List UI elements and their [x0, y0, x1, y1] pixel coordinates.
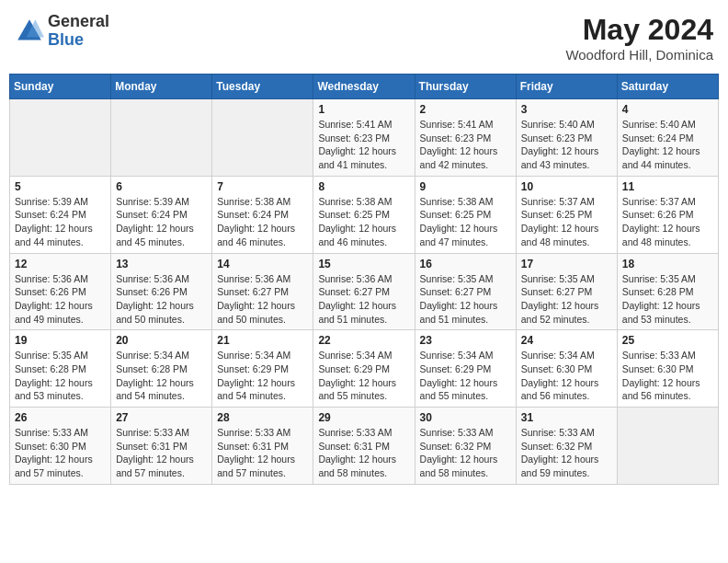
calendar-week-4: 19Sunrise: 5:35 AM Sunset: 6:28 PM Dayli… — [10, 330, 719, 408]
calendar-cell: 26Sunrise: 5:33 AM Sunset: 6:30 PM Dayli… — [10, 408, 111, 485]
day-info: Sunrise: 5:34 AM Sunset: 6:29 PM Dayligh… — [318, 349, 409, 403]
day-number: 11 — [622, 180, 713, 193]
calendar-cell: 22Sunrise: 5:34 AM Sunset: 6:29 PM Dayli… — [313, 330, 415, 408]
day-number: 8 — [318, 180, 409, 193]
calendar-table: SundayMondayTuesdayWednesdayThursdayFrid… — [9, 74, 719, 485]
calendar-header: SundayMondayTuesdayWednesdayThursdayFrid… — [10, 75, 719, 99]
calendar-cell: 6Sunrise: 5:39 AM Sunset: 6:24 PM Daylig… — [111, 176, 212, 253]
day-number: 12 — [15, 258, 106, 270]
weekday-header-sunday: Sunday — [10, 75, 111, 99]
calendar-week-1: 1Sunrise: 5:41 AM Sunset: 6:23 PM Daylig… — [10, 99, 719, 177]
calendar-cell: 7Sunrise: 5:38 AM Sunset: 6:24 PM Daylig… — [212, 176, 313, 253]
calendar-cell: 21Sunrise: 5:34 AM Sunset: 6:29 PM Dayli… — [212, 330, 313, 408]
day-number: 28 — [217, 411, 308, 424]
calendar-cell: 19Sunrise: 5:35 AM Sunset: 6:28 PM Dayli… — [10, 330, 111, 408]
weekday-header-wednesday: Wednesday — [313, 75, 415, 99]
day-info: Sunrise: 5:37 AM Sunset: 6:25 PM Dayligh… — [521, 195, 612, 249]
calendar-cell: 31Sunrise: 5:33 AM Sunset: 6:32 PM Dayli… — [516, 408, 617, 485]
weekday-header-row: SundayMondayTuesdayWednesdayThursdayFrid… — [10, 75, 719, 99]
day-number: 4 — [622, 103, 713, 116]
day-info: Sunrise: 5:33 AM Sunset: 6:31 PM Dayligh… — [217, 426, 308, 480]
day-info: Sunrise: 5:33 AM Sunset: 6:30 PM Dayligh… — [15, 426, 106, 480]
calendar-body: 1Sunrise: 5:41 AM Sunset: 6:23 PM Daylig… — [10, 99, 719, 485]
day-number: 1 — [318, 103, 409, 116]
title-block: May 2024 Woodford Hill, Dominica — [565, 13, 713, 63]
calendar-cell: 20Sunrise: 5:34 AM Sunset: 6:28 PM Dayli… — [111, 330, 212, 408]
day-number: 13 — [116, 258, 207, 270]
day-info: Sunrise: 5:38 AM Sunset: 6:25 PM Dayligh… — [318, 195, 409, 249]
day-info: Sunrise: 5:38 AM Sunset: 6:24 PM Dayligh… — [217, 195, 308, 249]
day-number: 30 — [420, 411, 511, 424]
calendar-cell: 24Sunrise: 5:34 AM Sunset: 6:30 PM Dayli… — [516, 330, 617, 408]
logo-general-label: General — [48, 13, 109, 31]
day-number: 25 — [622, 334, 713, 347]
day-info: Sunrise: 5:41 AM Sunset: 6:23 PM Dayligh… — [420, 118, 511, 172]
calendar-cell: 12Sunrise: 5:36 AM Sunset: 6:26 PM Dayli… — [10, 253, 111, 330]
day-info: Sunrise: 5:33 AM Sunset: 6:30 PM Dayligh… — [622, 349, 713, 403]
day-number: 21 — [217, 334, 308, 347]
calendar-cell: 14Sunrise: 5:36 AM Sunset: 6:27 PM Dayli… — [212, 253, 313, 330]
calendar-week-5: 26Sunrise: 5:33 AM Sunset: 6:30 PM Dayli… — [10, 408, 719, 485]
day-info: Sunrise: 5:33 AM Sunset: 6:32 PM Dayligh… — [420, 426, 511, 480]
day-info: Sunrise: 5:35 AM Sunset: 6:27 PM Dayligh… — [521, 272, 612, 327]
calendar-cell: 30Sunrise: 5:33 AM Sunset: 6:32 PM Dayli… — [415, 408, 516, 485]
day-info: Sunrise: 5:40 AM Sunset: 6:24 PM Dayligh… — [622, 118, 713, 172]
day-info: Sunrise: 5:34 AM Sunset: 6:29 PM Dayligh… — [420, 349, 511, 403]
day-info: Sunrise: 5:35 AM Sunset: 6:27 PM Dayligh… — [420, 272, 511, 327]
day-info: Sunrise: 5:36 AM Sunset: 6:27 PM Dayligh… — [318, 272, 409, 327]
calendar-cell: 23Sunrise: 5:34 AM Sunset: 6:29 PM Dayli… — [415, 330, 516, 408]
day-info: Sunrise: 5:35 AM Sunset: 6:28 PM Dayligh… — [15, 349, 106, 403]
day-number: 15 — [318, 258, 409, 270]
logo-text: General Blue — [48, 13, 109, 50]
logo-blue-label: Blue — [48, 31, 109, 50]
day-info: Sunrise: 5:39 AM Sunset: 6:24 PM Dayligh… — [15, 195, 106, 249]
day-number: 10 — [521, 180, 612, 193]
calendar-cell: 25Sunrise: 5:33 AM Sunset: 6:30 PM Dayli… — [617, 330, 718, 408]
day-number: 14 — [217, 258, 308, 270]
weekday-header-monday: Monday — [111, 75, 212, 99]
day-number: 16 — [420, 258, 511, 270]
weekday-header-friday: Friday — [516, 75, 617, 99]
calendar-cell: 18Sunrise: 5:35 AM Sunset: 6:28 PM Dayli… — [617, 253, 718, 330]
calendar-cell: 27Sunrise: 5:33 AM Sunset: 6:31 PM Dayli… — [111, 408, 212, 485]
day-number: 22 — [318, 334, 409, 347]
day-info: Sunrise: 5:35 AM Sunset: 6:28 PM Dayligh… — [622, 272, 713, 327]
calendar-week-3: 12Sunrise: 5:36 AM Sunset: 6:26 PM Dayli… — [10, 253, 719, 330]
calendar-week-2: 5Sunrise: 5:39 AM Sunset: 6:24 PM Daylig… — [10, 176, 719, 253]
day-number: 31 — [521, 411, 612, 424]
day-number: 9 — [420, 180, 511, 193]
page-header: General Blue May 2024 Woodford Hill, Dom… — [9, 9, 719, 66]
day-info: Sunrise: 5:33 AM Sunset: 6:31 PM Dayligh… — [318, 426, 409, 480]
day-number: 6 — [116, 180, 207, 193]
weekday-header-saturday: Saturday — [617, 75, 718, 99]
calendar-cell: 8Sunrise: 5:38 AM Sunset: 6:25 PM Daylig… — [313, 176, 415, 253]
day-number: 23 — [420, 334, 511, 347]
calendar-cell: 1Sunrise: 5:41 AM Sunset: 6:23 PM Daylig… — [313, 99, 415, 177]
day-number: 20 — [116, 334, 207, 347]
calendar-cell: 29Sunrise: 5:33 AM Sunset: 6:31 PM Dayli… — [313, 408, 415, 485]
calendar-cell: 3Sunrise: 5:40 AM Sunset: 6:23 PM Daylig… — [516, 99, 617, 177]
day-info: Sunrise: 5:40 AM Sunset: 6:23 PM Dayligh… — [521, 118, 612, 172]
day-number: 5 — [15, 180, 106, 193]
day-info: Sunrise: 5:33 AM Sunset: 6:32 PM Dayligh… — [521, 426, 612, 480]
day-info: Sunrise: 5:38 AM Sunset: 6:25 PM Dayligh… — [420, 195, 511, 249]
calendar-cell — [111, 99, 212, 177]
calendar-cell: 15Sunrise: 5:36 AM Sunset: 6:27 PM Dayli… — [313, 253, 415, 330]
logo-icon — [15, 17, 44, 46]
day-info: Sunrise: 5:36 AM Sunset: 6:27 PM Dayligh… — [217, 272, 308, 327]
day-info: Sunrise: 5:36 AM Sunset: 6:26 PM Dayligh… — [15, 272, 106, 327]
day-number: 27 — [116, 411, 207, 424]
day-info: Sunrise: 5:36 AM Sunset: 6:26 PM Dayligh… — [116, 272, 207, 327]
day-info: Sunrise: 5:37 AM Sunset: 6:26 PM Dayligh… — [622, 195, 713, 249]
calendar-cell: 2Sunrise: 5:41 AM Sunset: 6:23 PM Daylig… — [415, 99, 516, 177]
day-number: 24 — [521, 334, 612, 347]
calendar-cell — [212, 99, 313, 177]
calendar-cell: 10Sunrise: 5:37 AM Sunset: 6:25 PM Dayli… — [516, 176, 617, 253]
calendar-cell — [617, 408, 718, 485]
calendar-cell: 11Sunrise: 5:37 AM Sunset: 6:26 PM Dayli… — [617, 176, 718, 253]
calendar-cell: 4Sunrise: 5:40 AM Sunset: 6:24 PM Daylig… — [617, 99, 718, 177]
day-info: Sunrise: 5:39 AM Sunset: 6:24 PM Dayligh… — [116, 195, 207, 249]
day-number: 26 — [15, 411, 106, 424]
day-number: 29 — [318, 411, 409, 424]
calendar-cell: 28Sunrise: 5:33 AM Sunset: 6:31 PM Dayli… — [212, 408, 313, 485]
